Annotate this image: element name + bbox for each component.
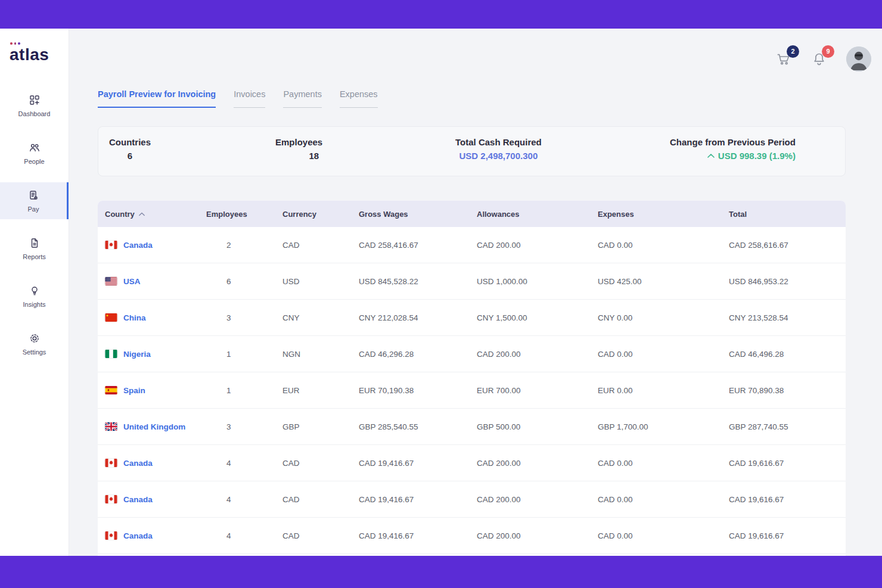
sidebar-item-label: People bbox=[24, 158, 44, 165]
country-link[interactable]: China bbox=[123, 313, 146, 322]
top-purple-band bbox=[0, 0, 882, 29]
table-header-row: CountryEmployeesCurrencyGross WagesAllow… bbox=[98, 201, 846, 227]
notifications-badge: 9 bbox=[822, 45, 834, 58]
gross-wages-cell: CAD 46,296.28 bbox=[352, 350, 470, 359]
column-header-label: Expenses bbox=[598, 210, 634, 219]
expenses-cell: CAD 0.00 bbox=[591, 350, 722, 359]
column-header-country[interactable]: Country bbox=[98, 210, 199, 219]
pay-receipt-icon bbox=[27, 189, 39, 201]
table-row: Nigeria1NGNCAD 46,296.28CAD 200.00CAD 0.… bbox=[98, 336, 846, 372]
country-cell: United Kingdom bbox=[98, 422, 199, 431]
allowances-cell: GBP 500.00 bbox=[470, 422, 591, 431]
table-body: Canada2CADCAD 258,416.67CAD 200.00CAD 0.… bbox=[98, 227, 846, 554]
tab-expenses[interactable]: Expenses bbox=[340, 89, 378, 108]
nigeria-flag-icon bbox=[105, 350, 117, 358]
cart-badge: 2 bbox=[787, 45, 799, 58]
sidebar-item-pay[interactable]: Pay bbox=[0, 182, 69, 219]
employees-cell: 1 bbox=[199, 386, 275, 395]
currency-cell: CAD bbox=[275, 531, 352, 540]
column-header-label: Employees bbox=[206, 210, 247, 219]
app-window: atlas DashboardPeoplePayReportsInsightsS… bbox=[0, 29, 882, 556]
user-avatar[interactable] bbox=[846, 46, 871, 71]
allowances-cell: CAD 200.00 bbox=[470, 495, 591, 504]
country-cell: China bbox=[98, 313, 199, 322]
country-cell: Canada bbox=[98, 459, 199, 468]
total-cell: GBP 287,740.55 bbox=[722, 422, 846, 431]
sidebar-item-settings[interactable]: Settings bbox=[0, 325, 69, 362]
tab-payroll-preview-for-invoicing[interactable]: Payroll Preview for Invoicing bbox=[98, 89, 216, 108]
sidebar-item-reports[interactable]: Reports bbox=[0, 230, 69, 267]
expenses-cell: CAD 0.00 bbox=[591, 459, 722, 468]
sidebar-item-people[interactable]: People bbox=[0, 135, 69, 172]
sidebar-item-label: Reports bbox=[23, 253, 46, 260]
expenses-cell: CAD 0.00 bbox=[591, 495, 722, 504]
gross-wages-cell: CAD 19,416.67 bbox=[352, 531, 470, 540]
column-header-allowances[interactable]: Allowances bbox=[470, 210, 591, 219]
stat-total-cash-required: Total Cash RequiredUSD 2,498,700.300 bbox=[455, 137, 542, 161]
total-cell: CAD 258,616.67 bbox=[722, 241, 846, 250]
column-header-currency[interactable]: Currency bbox=[275, 210, 352, 219]
country-link[interactable]: Nigeria bbox=[123, 350, 151, 359]
settings-gear-icon bbox=[29, 332, 41, 344]
country-link[interactable]: Canada bbox=[123, 495, 153, 504]
gross-wages-cell: CAD 258,416.67 bbox=[352, 241, 470, 250]
table-row: USA6USDUSD 845,528.22USD 1,000.00USD 425… bbox=[98, 263, 846, 300]
sidebar-item-dashboard[interactable]: Dashboard bbox=[0, 87, 69, 124]
column-header-employees[interactable]: Employees bbox=[199, 210, 275, 219]
employees-cell: 4 bbox=[199, 495, 275, 504]
allowances-cell: CAD 200.00 bbox=[470, 531, 591, 540]
gross-wages-cell: CNY 212,028.54 bbox=[352, 313, 470, 322]
total-cell: EUR 70,890.38 bbox=[722, 386, 846, 395]
column-header-label: Currency bbox=[282, 210, 316, 219]
stat-value: 6 bbox=[128, 151, 132, 161]
canada-flag-icon bbox=[105, 459, 117, 467]
country-link[interactable]: Canada bbox=[123, 531, 153, 540]
reports-file-icon bbox=[29, 237, 41, 249]
currency-cell: USD bbox=[275, 277, 352, 286]
column-header-expenses[interactable]: Expenses bbox=[591, 210, 722, 219]
allowances-cell: EUR 700.00 bbox=[470, 386, 591, 395]
country-link[interactable]: Spain bbox=[123, 386, 145, 395]
total-cell: CAD 19,616.67 bbox=[722, 531, 846, 540]
summary-card: Countries6Employees18Total Cash Required… bbox=[98, 126, 846, 176]
insights-bulb-icon bbox=[29, 285, 41, 297]
tab-payments[interactable]: Payments bbox=[283, 89, 321, 108]
atlas-logo[interactable]: atlas bbox=[10, 45, 49, 64]
country-cell: Canada bbox=[98, 495, 199, 504]
usa-flag-icon bbox=[105, 277, 117, 285]
allowances-cell: CAD 200.00 bbox=[470, 350, 591, 359]
sidebar-item-insights[interactable]: Insights bbox=[0, 278, 69, 315]
stat-label: Employees bbox=[275, 137, 322, 147]
payroll-table: CountryEmployeesCurrencyGross WagesAllow… bbox=[98, 201, 846, 556]
currency-cell: NGN bbox=[275, 350, 352, 359]
country-cell: Canada bbox=[98, 241, 199, 250]
gross-wages-cell: USD 845,528.22 bbox=[352, 277, 470, 286]
canada-flag-icon bbox=[105, 495, 117, 503]
allowances-cell: CAD 200.00 bbox=[470, 241, 591, 250]
gross-wages-cell: CAD 19,416.67 bbox=[352, 459, 470, 468]
dashboard-grid-icon bbox=[29, 94, 41, 106]
country-link[interactable]: USA bbox=[123, 277, 141, 286]
china-flag-icon bbox=[105, 313, 117, 322]
country-link[interactable]: United Kingdom bbox=[123, 422, 185, 431]
stat-value: 18 bbox=[309, 151, 323, 161]
employees-cell: 2 bbox=[199, 241, 275, 250]
currency-cell: CAD bbox=[275, 241, 352, 250]
column-header-total[interactable]: Total bbox=[722, 210, 846, 219]
country-link[interactable]: Canada bbox=[123, 241, 153, 250]
country-link[interactable]: Canada bbox=[123, 459, 153, 468]
column-header-gross-wages[interactable]: Gross Wages bbox=[352, 210, 470, 219]
cart-button[interactable]: 2 bbox=[776, 51, 792, 67]
expenses-cell: EUR 0.00 bbox=[591, 386, 722, 395]
sort-ascending-icon bbox=[139, 212, 145, 216]
stat-change-from-previous-period: Change from Previous PeriodUSD 998.39 (1… bbox=[670, 137, 796, 161]
notifications-button[interactable]: 9 bbox=[811, 51, 827, 67]
country-cell: Canada bbox=[98, 531, 199, 540]
sidebar-item-label: Pay bbox=[28, 206, 39, 213]
spain-flag-icon bbox=[105, 386, 117, 394]
gross-wages-cell: CAD 19,416.67 bbox=[352, 495, 470, 504]
tab-invoices[interactable]: Invoices bbox=[234, 89, 265, 108]
table-row: United Kingdom3GBPGBP 285,540.55GBP 500.… bbox=[98, 409, 846, 445]
uk-flag-icon bbox=[105, 422, 117, 431]
currency-cell: EUR bbox=[275, 386, 352, 395]
